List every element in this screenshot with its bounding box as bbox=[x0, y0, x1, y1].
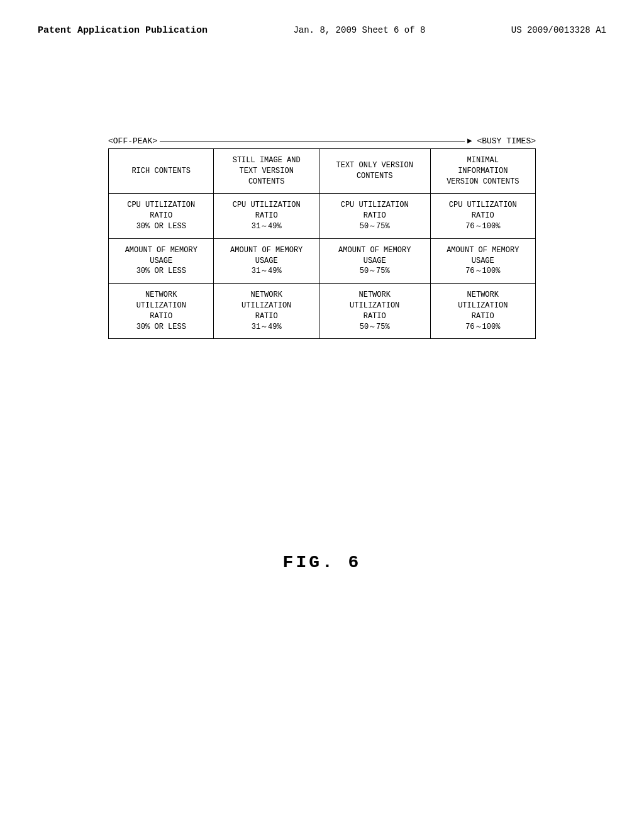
publication-label: Patent Application Publication bbox=[38, 25, 208, 36]
col2-row1: CPU UTILIZATION RATIO 31～49% bbox=[214, 194, 319, 238]
col4-row1: CPU UTILIZATION RATIO 76～100% bbox=[430, 194, 535, 238]
col3-row3: NETWORK UTILIZATION RATIO 50～75% bbox=[319, 284, 430, 339]
date-sheet-label: Jan. 8, 2009 Sheet 6 of 8 bbox=[293, 25, 425, 35]
busy-times-label: ► <BUSY TIMES> bbox=[467, 136, 536, 146]
col2-row2: AMOUNT OF MEMORY USAGE 31～49% bbox=[214, 238, 319, 283]
col4-header: MINIMAL INFORMATION VERSION CONTENTS bbox=[430, 149, 535, 194]
col2-row3: NETWORK UTILIZATION RATIO 31～49% bbox=[214, 284, 319, 339]
col1-header: RICH CONTENTS bbox=[109, 149, 214, 194]
col3-header: TEXT ONLY VERSION CONTENTS bbox=[319, 149, 430, 194]
col3-row1: CPU UTILIZATION RATIO 50～75% bbox=[319, 194, 430, 238]
col1-row3: NETWORK UTILIZATION RATIO 30% OR LESS bbox=[109, 284, 214, 339]
figure-label: FIG. 6 bbox=[283, 553, 362, 572]
off-peak-label: <OFF-PEAK> bbox=[108, 136, 157, 146]
col2-header: STILL IMAGE AND TEXT VERSION CONTENTS bbox=[214, 149, 319, 194]
col1-row1: CPU UTILIZATION RATIO 30% OR LESS bbox=[109, 194, 214, 238]
patent-number-label: US 2009/0013328 A1 bbox=[511, 25, 606, 35]
col4-row3: NETWORK UTILIZATION RATIO 76～100% bbox=[430, 284, 535, 339]
timeline-line bbox=[160, 141, 465, 141]
col3-row2: AMOUNT OF MEMORY USAGE 50～75% bbox=[319, 238, 430, 283]
col4-row2: AMOUNT OF MEMORY USAGE 76～100% bbox=[430, 238, 535, 283]
col1-row2: AMOUNT OF MEMORY USAGE 30% OR LESS bbox=[109, 238, 214, 283]
content-table: RICH CONTENTS STILL IMAGE AND TEXT VERSI… bbox=[108, 148, 536, 339]
